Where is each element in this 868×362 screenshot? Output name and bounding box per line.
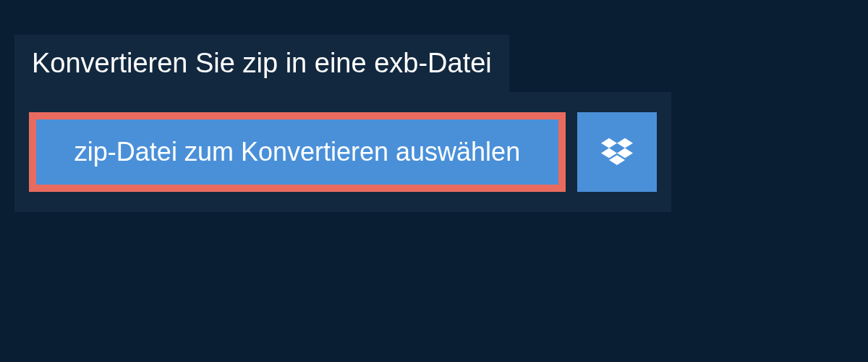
converter-panel: Konvertieren Sie zip in eine exb-Datei z… xyxy=(0,0,868,227)
dropbox-button[interactable] xyxy=(577,112,657,192)
select-file-button[interactable]: zip-Datei zum Konvertieren auswählen xyxy=(29,112,566,192)
dropbox-icon xyxy=(601,136,633,168)
select-file-label: zip-Datei zum Konvertieren auswählen xyxy=(75,137,520,167)
header-bar: Konvertieren Sie zip in eine exb-Datei xyxy=(14,35,509,92)
page-title: Konvertieren Sie zip in eine exb-Datei xyxy=(32,48,492,79)
upload-section: zip-Datei zum Konvertieren auswählen xyxy=(14,92,671,212)
